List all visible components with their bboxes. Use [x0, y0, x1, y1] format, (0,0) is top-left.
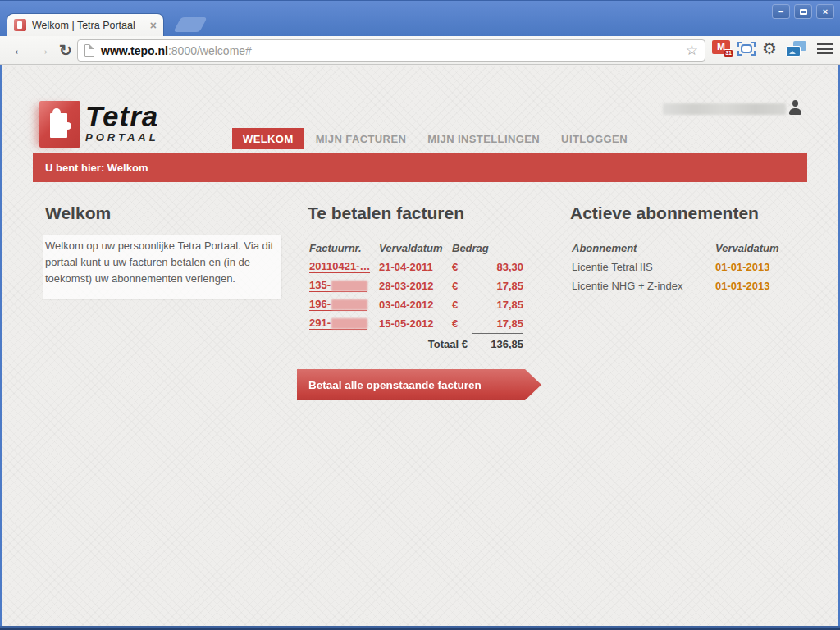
browser-tab[interactable]: Welkom | Tetra Portaal ×: [7, 13, 164, 36]
invoices-col-vervaldatum: Vervaldatum: [379, 238, 452, 258]
redacted-invoice-number: [331, 281, 368, 291]
maximize-icon: [800, 9, 807, 15]
browser-window: – × Welkom | Tetra Portaal × ← → ↻ www.t…: [0, 0, 840, 630]
invoice-number: 196-: [309, 299, 331, 310]
nav-mijn-facturen[interactable]: MIJN FACTUREN: [305, 133, 418, 145]
invoice-amount: 17,85: [472, 314, 523, 333]
close-window-button[interactable]: ×: [816, 4, 834, 19]
subscription-name: Licentie NHG + Z-index: [572, 276, 715, 295]
address-bar[interactable]: www.tepo.nl:8000/welcome# ☆: [77, 39, 705, 62]
url-host: www.tepo.nl: [101, 44, 168, 57]
brand-name: Tetra: [85, 102, 159, 130]
invoice-link[interactable]: 20110421-…: [309, 261, 370, 273]
invoices-table: Factuurnr. Vervaldatum Bedrag 20110421-……: [309, 238, 523, 354]
subscriptions-col-vervaldatum: Vervaldatum: [715, 238, 807, 258]
currency-symbol: €: [452, 276, 472, 295]
nav-uitloggen[interactable]: UITLOGGEN: [550, 133, 638, 145]
welcome-paragraph: Welkom op uw persoonlijke Tetra Portaal.…: [43, 235, 281, 299]
table-row: 135-: [309, 276, 379, 295]
main-navigation: WELKOM MIJN FACTUREN MIJN INSTELLINGEN U…: [232, 128, 638, 149]
browser-menu-icon[interactable]: [817, 43, 833, 54]
invoice-due-date: 28-03-2012: [379, 276, 452, 295]
bookmark-star-icon[interactable]: ☆: [686, 42, 698, 59]
invoice-link[interactable]: 135-: [309, 280, 368, 292]
user-person-icon: [789, 100, 801, 115]
pay-all-invoices-button[interactable]: Betaal alle openstaande facturen: [297, 369, 541, 400]
nav-mijn-instellingen[interactable]: MIJN INSTELLINGEN: [417, 133, 550, 145]
back-button[interactable]: ←: [8, 38, 31, 62]
currency-symbol: €: [452, 314, 472, 333]
window-frame-left: [0, 65, 2, 630]
maximize-button[interactable]: [794, 4, 812, 19]
breadcrumb: U bent hier: Welkom: [33, 153, 807, 182]
redacted-username: [663, 103, 786, 115]
invoices-heading: Te betalen facturen: [308, 203, 464, 223]
invoice-due-date: 03-04-2012: [379, 295, 452, 314]
page-icon: [84, 44, 94, 57]
redacted-invoice-number: [331, 299, 368, 310]
invoice-number: 291-: [309, 317, 331, 329]
window-frame-bottom: [0, 626, 840, 630]
photos-front-card: [786, 46, 801, 57]
gear-icon[interactable]: ⚙: [762, 39, 777, 58]
brand-text: Tetra PORTAAL: [85, 102, 159, 144]
window-controls: – ×: [772, 4, 834, 19]
invoice-due-date: 15-05-2012: [379, 314, 452, 333]
invoices-col-bedrag: Bedrag: [452, 238, 523, 258]
subscriptions-table: Abonnement Vervaldatum Licentie TetraHIS…: [572, 238, 807, 295]
minimize-button[interactable]: –: [772, 4, 790, 19]
close-tab-icon[interactable]: ×: [150, 19, 157, 32]
puzzle-piece-icon: [50, 113, 67, 138]
invoices-col-factuurnr: Factuurnr.: [309, 238, 379, 258]
invoice-number: 20110421-…: [309, 261, 370, 272]
screen-capture-icon[interactable]: [737, 42, 756, 56]
invoice-number: 135-: [309, 280, 331, 291]
nav-welkom[interactable]: WELKOM: [232, 128, 304, 149]
currency-symbol: €: [452, 295, 472, 314]
invoice-link[interactable]: 196-: [309, 299, 368, 311]
table-row: 291-: [309, 314, 379, 333]
invoice-amount: 17,85: [472, 276, 523, 295]
site-favicon-icon: [14, 19, 26, 31]
photos-extension-icon[interactable]: [786, 41, 806, 57]
subscription-due-date: 01-01-2013: [715, 258, 807, 276]
welcome-heading: Welkom: [45, 203, 111, 223]
forward-button[interactable]: →: [31, 38, 54, 62]
table-row: 20110421-…: [309, 258, 379, 276]
tetra-logo[interactable]: [39, 101, 80, 148]
gmail-extension-icon[interactable]: M 31: [712, 40, 730, 54]
invoice-link[interactable]: 291-: [309, 317, 368, 330]
url-path: :8000/welcome#: [168, 44, 252, 57]
invoices-total-label: Totaal €: [309, 333, 472, 354]
brand-subtitle: PORTAAL: [85, 131, 159, 144]
currency-symbol: €: [452, 258, 472, 276]
subscription-due-date: 01-01-2013: [715, 276, 807, 295]
gmail-unread-badge: 31: [724, 49, 733, 57]
url-text: www.tepo.nl:8000/welcome#: [101, 44, 252, 57]
invoice-amount: 83,30: [472, 258, 523, 276]
subscriptions-col-abonnement: Abonnement: [572, 238, 715, 258]
invoices-total-amount: 136,85: [472, 333, 523, 354]
subscriptions-heading: Actieve abonnementen: [570, 203, 759, 223]
invoice-amount: 17,85: [472, 295, 523, 314]
table-row: 196-: [309, 295, 379, 314]
subscription-name: Licentie TetraHIS: [572, 258, 715, 276]
reload-button[interactable]: ↻: [54, 38, 77, 62]
tab-title: Welkom | Tetra Portaal: [32, 20, 145, 31]
redacted-invoice-number: [331, 318, 368, 329]
invoice-due-date: 21-04-2011: [379, 258, 452, 276]
